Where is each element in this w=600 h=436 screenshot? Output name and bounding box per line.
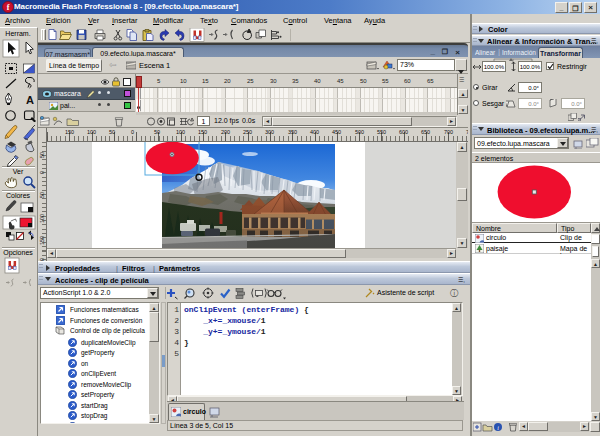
svg-text:f: f bbox=[7, 3, 10, 12]
svg-text:A: A bbox=[26, 94, 34, 106]
